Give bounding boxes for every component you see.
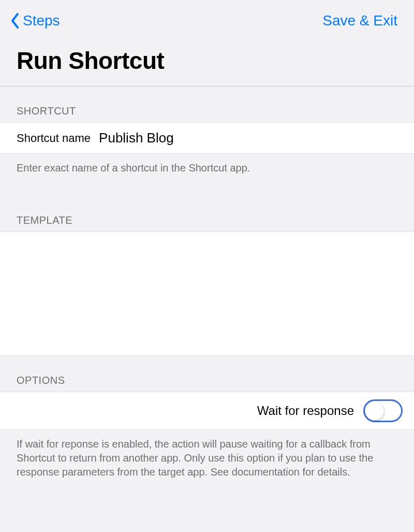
shortcut-name-label: Shortcut name <box>17 132 91 145</box>
nav-bar: Steps Save & Exit <box>0 0 414 37</box>
wait-for-response-row: Wait for response <box>0 392 414 430</box>
shortcut-section-header: SHORTCUT <box>0 87 414 122</box>
chevron-left-icon <box>10 13 20 28</box>
wait-for-response-toggle[interactable] <box>363 399 403 422</box>
template-section-header: TEMPLATE <box>0 185 414 232</box>
page-title: Run Shortcut <box>17 47 397 75</box>
shortcut-name-row[interactable]: Shortcut name <box>0 122 414 154</box>
options-section-header: OPTIONS <box>0 356 414 392</box>
title-wrap: Run Shortcut <box>0 37 414 87</box>
options-section-footer: If wait for reponse is enabled, the acti… <box>0 430 414 490</box>
save-exit-button[interactable]: Save & Exit <box>322 12 397 29</box>
template-textarea[interactable] <box>0 232 414 356</box>
wait-for-response-label: Wait for response <box>257 404 354 418</box>
back-button[interactable]: Steps <box>10 12 60 29</box>
back-label: Steps <box>23 12 60 29</box>
shortcut-section-footer: Enter exact name of a shortcut in the Sh… <box>0 154 414 185</box>
save-exit-label: Save & Exit <box>322 12 397 28</box>
toggle-knob <box>365 401 384 420</box>
shortcut-name-input[interactable] <box>99 130 397 146</box>
